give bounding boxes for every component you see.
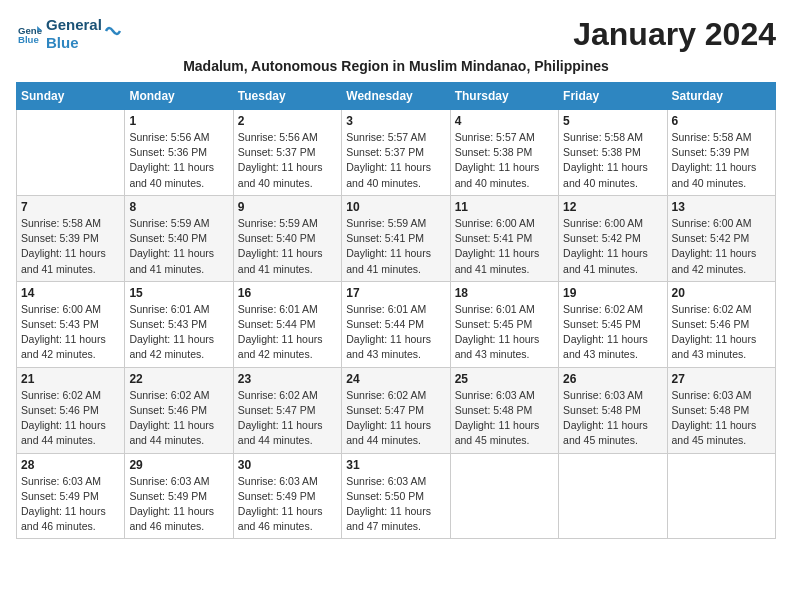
day-number: 20 bbox=[672, 286, 771, 300]
day-info: Sunrise: 6:01 AMSunset: 5:44 PMDaylight:… bbox=[346, 302, 445, 363]
day-info: Sunrise: 5:59 AMSunset: 5:41 PMDaylight:… bbox=[346, 216, 445, 277]
day-number: 9 bbox=[238, 200, 337, 214]
calendar-cell: 11Sunrise: 6:00 AMSunset: 5:41 PMDayligh… bbox=[450, 195, 558, 281]
day-number: 4 bbox=[455, 114, 554, 128]
calendar-cell: 28Sunrise: 6:03 AMSunset: 5:49 PMDayligh… bbox=[17, 453, 125, 539]
calendar-cell: 9Sunrise: 5:59 AMSunset: 5:40 PMDaylight… bbox=[233, 195, 341, 281]
day-number: 2 bbox=[238, 114, 337, 128]
calendar-cell: 22Sunrise: 6:02 AMSunset: 5:46 PMDayligh… bbox=[125, 367, 233, 453]
day-info: Sunrise: 5:59 AMSunset: 5:40 PMDaylight:… bbox=[129, 216, 228, 277]
day-info: Sunrise: 6:01 AMSunset: 5:43 PMDaylight:… bbox=[129, 302, 228, 363]
day-info: Sunrise: 6:03 AMSunset: 5:50 PMDaylight:… bbox=[346, 474, 445, 535]
day-info: Sunrise: 5:58 AMSunset: 5:38 PMDaylight:… bbox=[563, 130, 662, 191]
calendar-cell: 18Sunrise: 6:01 AMSunset: 5:45 PMDayligh… bbox=[450, 281, 558, 367]
day-number: 11 bbox=[455, 200, 554, 214]
dow-header-friday: Friday bbox=[559, 83, 667, 110]
day-number: 10 bbox=[346, 200, 445, 214]
day-info: Sunrise: 5:57 AMSunset: 5:37 PMDaylight:… bbox=[346, 130, 445, 191]
calendar-cell: 7Sunrise: 5:58 AMSunset: 5:39 PMDaylight… bbox=[17, 195, 125, 281]
day-info: Sunrise: 6:02 AMSunset: 5:46 PMDaylight:… bbox=[672, 302, 771, 363]
logo-blue: Blue bbox=[46, 34, 102, 52]
calendar-cell: 30Sunrise: 6:03 AMSunset: 5:49 PMDayligh… bbox=[233, 453, 341, 539]
logo-wave-icon bbox=[104, 21, 122, 39]
day-number: 5 bbox=[563, 114, 662, 128]
calendar-cell: 29Sunrise: 6:03 AMSunset: 5:49 PMDayligh… bbox=[125, 453, 233, 539]
calendar-cell: 21Sunrise: 6:02 AMSunset: 5:46 PMDayligh… bbox=[17, 367, 125, 453]
dow-header-wednesday: Wednesday bbox=[342, 83, 450, 110]
day-number: 24 bbox=[346, 372, 445, 386]
logo-general: General bbox=[46, 16, 102, 34]
day-number: 30 bbox=[238, 458, 337, 472]
day-info: Sunrise: 6:00 AMSunset: 5:42 PMDaylight:… bbox=[672, 216, 771, 277]
dow-header-sunday: Sunday bbox=[17, 83, 125, 110]
day-number: 15 bbox=[129, 286, 228, 300]
calendar-cell: 8Sunrise: 5:59 AMSunset: 5:40 PMDaylight… bbox=[125, 195, 233, 281]
day-number: 6 bbox=[672, 114, 771, 128]
calendar-cell: 2Sunrise: 5:56 AMSunset: 5:37 PMDaylight… bbox=[233, 110, 341, 196]
day-number: 21 bbox=[21, 372, 120, 386]
day-info: Sunrise: 6:00 AMSunset: 5:41 PMDaylight:… bbox=[455, 216, 554, 277]
calendar-cell: 4Sunrise: 5:57 AMSunset: 5:38 PMDaylight… bbox=[450, 110, 558, 196]
dow-header-saturday: Saturday bbox=[667, 83, 775, 110]
calendar-cell: 23Sunrise: 6:02 AMSunset: 5:47 PMDayligh… bbox=[233, 367, 341, 453]
day-info: Sunrise: 6:00 AMSunset: 5:43 PMDaylight:… bbox=[21, 302, 120, 363]
day-info: Sunrise: 5:57 AMSunset: 5:38 PMDaylight:… bbox=[455, 130, 554, 191]
calendar-cell: 1Sunrise: 5:56 AMSunset: 5:36 PMDaylight… bbox=[125, 110, 233, 196]
day-info: Sunrise: 6:03 AMSunset: 5:48 PMDaylight:… bbox=[563, 388, 662, 449]
day-info: Sunrise: 5:58 AMSunset: 5:39 PMDaylight:… bbox=[672, 130, 771, 191]
page-header: General Blue General Blue January 2024 bbox=[16, 16, 776, 56]
day-number: 26 bbox=[563, 372, 662, 386]
day-number: 16 bbox=[238, 286, 337, 300]
day-info: Sunrise: 6:03 AMSunset: 5:49 PMDaylight:… bbox=[21, 474, 120, 535]
calendar-cell: 26Sunrise: 6:03 AMSunset: 5:48 PMDayligh… bbox=[559, 367, 667, 453]
dow-header-monday: Monday bbox=[125, 83, 233, 110]
day-number: 28 bbox=[21, 458, 120, 472]
calendar-cell: 19Sunrise: 6:02 AMSunset: 5:45 PMDayligh… bbox=[559, 281, 667, 367]
calendar-cell: 13Sunrise: 6:00 AMSunset: 5:42 PMDayligh… bbox=[667, 195, 775, 281]
day-number: 14 bbox=[21, 286, 120, 300]
day-info: Sunrise: 6:01 AMSunset: 5:45 PMDaylight:… bbox=[455, 302, 554, 363]
calendar-cell: 10Sunrise: 5:59 AMSunset: 5:41 PMDayligh… bbox=[342, 195, 450, 281]
day-info: Sunrise: 6:03 AMSunset: 5:48 PMDaylight:… bbox=[672, 388, 771, 449]
calendar-cell: 17Sunrise: 6:01 AMSunset: 5:44 PMDayligh… bbox=[342, 281, 450, 367]
day-number: 1 bbox=[129, 114, 228, 128]
day-number: 22 bbox=[129, 372, 228, 386]
calendar-cell: 16Sunrise: 6:01 AMSunset: 5:44 PMDayligh… bbox=[233, 281, 341, 367]
location-title: Madalum, Autonomous Region in Muslim Min… bbox=[16, 58, 776, 74]
day-info: Sunrise: 6:02 AMSunset: 5:46 PMDaylight:… bbox=[21, 388, 120, 449]
calendar-cell: 20Sunrise: 6:02 AMSunset: 5:46 PMDayligh… bbox=[667, 281, 775, 367]
calendar-cell: 14Sunrise: 6:00 AMSunset: 5:43 PMDayligh… bbox=[17, 281, 125, 367]
day-number: 29 bbox=[129, 458, 228, 472]
day-info: Sunrise: 6:03 AMSunset: 5:49 PMDaylight:… bbox=[238, 474, 337, 535]
day-number: 12 bbox=[563, 200, 662, 214]
calendar-cell: 27Sunrise: 6:03 AMSunset: 5:48 PMDayligh… bbox=[667, 367, 775, 453]
day-info: Sunrise: 6:03 AMSunset: 5:49 PMDaylight:… bbox=[129, 474, 228, 535]
day-info: Sunrise: 5:56 AMSunset: 5:36 PMDaylight:… bbox=[129, 130, 228, 191]
calendar-cell: 15Sunrise: 6:01 AMSunset: 5:43 PMDayligh… bbox=[125, 281, 233, 367]
day-info: Sunrise: 6:01 AMSunset: 5:44 PMDaylight:… bbox=[238, 302, 337, 363]
day-number: 8 bbox=[129, 200, 228, 214]
day-number: 18 bbox=[455, 286, 554, 300]
day-number: 7 bbox=[21, 200, 120, 214]
calendar-cell: 31Sunrise: 6:03 AMSunset: 5:50 PMDayligh… bbox=[342, 453, 450, 539]
calendar-cell bbox=[450, 453, 558, 539]
calendar-cell: 24Sunrise: 6:02 AMSunset: 5:47 PMDayligh… bbox=[342, 367, 450, 453]
day-info: Sunrise: 5:58 AMSunset: 5:39 PMDaylight:… bbox=[21, 216, 120, 277]
day-number: 19 bbox=[563, 286, 662, 300]
day-number: 3 bbox=[346, 114, 445, 128]
dow-header-tuesday: Tuesday bbox=[233, 83, 341, 110]
calendar-cell: 12Sunrise: 6:00 AMSunset: 5:42 PMDayligh… bbox=[559, 195, 667, 281]
day-number: 31 bbox=[346, 458, 445, 472]
day-number: 23 bbox=[238, 372, 337, 386]
day-info: Sunrise: 6:03 AMSunset: 5:48 PMDaylight:… bbox=[455, 388, 554, 449]
dow-header-thursday: Thursday bbox=[450, 83, 558, 110]
calendar-cell: 5Sunrise: 5:58 AMSunset: 5:38 PMDaylight… bbox=[559, 110, 667, 196]
calendar-cell: 3Sunrise: 5:57 AMSunset: 5:37 PMDaylight… bbox=[342, 110, 450, 196]
day-info: Sunrise: 6:02 AMSunset: 5:46 PMDaylight:… bbox=[129, 388, 228, 449]
day-info: Sunrise: 5:56 AMSunset: 5:37 PMDaylight:… bbox=[238, 130, 337, 191]
day-number: 17 bbox=[346, 286, 445, 300]
logo-icon: General Blue bbox=[18, 24, 42, 44]
day-number: 25 bbox=[455, 372, 554, 386]
calendar-cell bbox=[667, 453, 775, 539]
day-info: Sunrise: 6:02 AMSunset: 5:45 PMDaylight:… bbox=[563, 302, 662, 363]
